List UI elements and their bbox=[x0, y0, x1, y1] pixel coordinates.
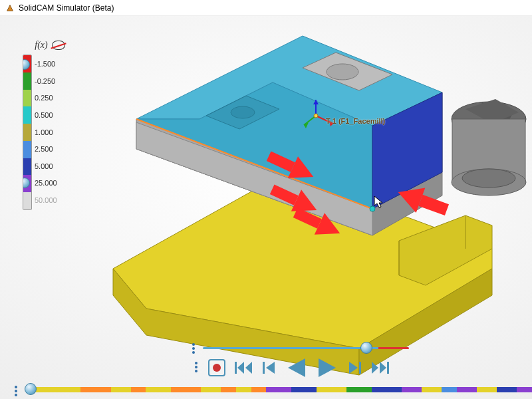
timeline-segment[interactable] bbox=[497, 387, 517, 392]
timeline-segment[interactable] bbox=[251, 387, 267, 392]
svg-point-16 bbox=[231, 106, 255, 118]
play-reverse-button[interactable] bbox=[285, 356, 308, 379]
svg-point-14 bbox=[370, 206, 375, 211]
scale-value: -1.500 bbox=[35, 56, 57, 73]
step-back-button[interactable] bbox=[261, 359, 277, 376]
viewport-3d[interactable]: T-1 (F1_Facemill) f(x) -1.500-0.2500.250… bbox=[0, 16, 532, 399]
svg-marker-41 bbox=[237, 362, 244, 374]
speed-slider-thumb[interactable] bbox=[360, 342, 372, 354]
color-scale-bar[interactable] bbox=[23, 55, 32, 210]
svg-point-31 bbox=[314, 114, 318, 118]
scale-value: 2.500 bbox=[35, 141, 57, 158]
scale-value: 25.000 bbox=[35, 175, 57, 192]
svg-marker-42 bbox=[245, 362, 252, 374]
scale-segment bbox=[23, 106, 31, 124]
timeline-segment[interactable] bbox=[31, 387, 80, 392]
timeline-segment[interactable] bbox=[201, 387, 221, 392]
more-dots-icon[interactable] bbox=[192, 343, 196, 354]
titlebar: SolidCAM Simulator (Beta) bbox=[0, 0, 532, 16]
record-button[interactable] bbox=[208, 359, 225, 376]
svg-marker-47 bbox=[349, 362, 358, 374]
fx-label: f(x) bbox=[35, 40, 47, 51]
timeline-segment[interactable] bbox=[372, 387, 402, 392]
timeline-segment[interactable] bbox=[317, 387, 346, 392]
svg-marker-50 bbox=[380, 362, 386, 374]
scale-value: 50.000 bbox=[35, 192, 57, 209]
visibility-off-icon[interactable] bbox=[52, 41, 65, 50]
svg-marker-46 bbox=[319, 358, 336, 377]
scale-value: -0.250 bbox=[35, 73, 57, 90]
step-forward-button[interactable] bbox=[346, 359, 362, 376]
window-title: SolidCAM Simulator (Beta) bbox=[19, 3, 114, 13]
timeline-segment[interactable] bbox=[236, 387, 251, 392]
svg-rect-51 bbox=[387, 362, 389, 374]
svg-point-18 bbox=[327, 64, 358, 80]
timeline-segment[interactable] bbox=[171, 387, 201, 392]
timeline-segment[interactable] bbox=[221, 387, 236, 392]
timeline-segment[interactable] bbox=[266, 387, 291, 392]
scale-segment bbox=[23, 192, 31, 209]
skip-end-button[interactable] bbox=[370, 359, 390, 376]
play-forward-button[interactable] bbox=[316, 356, 338, 379]
more-dots-icon[interactable] bbox=[195, 362, 199, 372]
more-dots-icon[interactable] bbox=[15, 384, 17, 398]
timeline-segment[interactable] bbox=[517, 387, 532, 392]
timeline-segment[interactable] bbox=[80, 387, 110, 392]
svg-marker-45 bbox=[288, 358, 305, 377]
timeline-segment[interactable] bbox=[346, 387, 372, 392]
scale-segment bbox=[23, 141, 31, 158]
operation-label: T-1 (F1_Facemill) bbox=[326, 117, 385, 125]
scale-segment bbox=[23, 124, 31, 141]
timeline-segment[interactable] bbox=[131, 387, 146, 392]
scale-segment bbox=[23, 158, 31, 176]
scale-value: 5.000 bbox=[35, 158, 57, 175]
svg-rect-40 bbox=[235, 362, 237, 374]
operation-timeline[interactable] bbox=[15, 384, 532, 395]
color-scale-labels: -1.500-0.2500.2500.5001.0002.5005.00025.… bbox=[35, 55, 57, 210]
svg-point-24 bbox=[462, 169, 515, 188]
scale-value: 0.500 bbox=[35, 107, 57, 124]
speed-slider[interactable] bbox=[203, 344, 409, 351]
timeline-segment[interactable] bbox=[477, 387, 497, 392]
timeline-segment[interactable] bbox=[422, 387, 442, 392]
playback-panel bbox=[186, 344, 412, 379]
cutting-tool bbox=[452, 99, 526, 196]
scene-3d[interactable] bbox=[0, 16, 532, 399]
scale-value: 0.250 bbox=[35, 90, 57, 107]
scale-segment bbox=[23, 72, 31, 90]
scale-value: 1.000 bbox=[35, 124, 57, 141]
svg-rect-48 bbox=[359, 362, 361, 374]
timeline-segment[interactable] bbox=[146, 387, 171, 392]
svg-marker-49 bbox=[372, 362, 378, 374]
app-icon bbox=[5, 3, 15, 13]
timeline-thumb[interactable] bbox=[25, 383, 37, 395]
svg-marker-44 bbox=[266, 362, 275, 374]
timeline-segment[interactable] bbox=[402, 387, 422, 392]
timeline-segment[interactable] bbox=[457, 387, 477, 392]
timeline-segment[interactable] bbox=[442, 387, 457, 392]
skip-start-button[interactable] bbox=[233, 359, 253, 376]
scale-segment bbox=[23, 90, 31, 107]
timeline-segment[interactable] bbox=[291, 387, 317, 392]
color-scale-panel[interactable]: f(x) -1.500-0.2500.2500.5001.0002.5005.0… bbox=[20, 36, 80, 214]
timeline-segment[interactable] bbox=[111, 387, 131, 392]
svg-rect-43 bbox=[263, 362, 265, 374]
